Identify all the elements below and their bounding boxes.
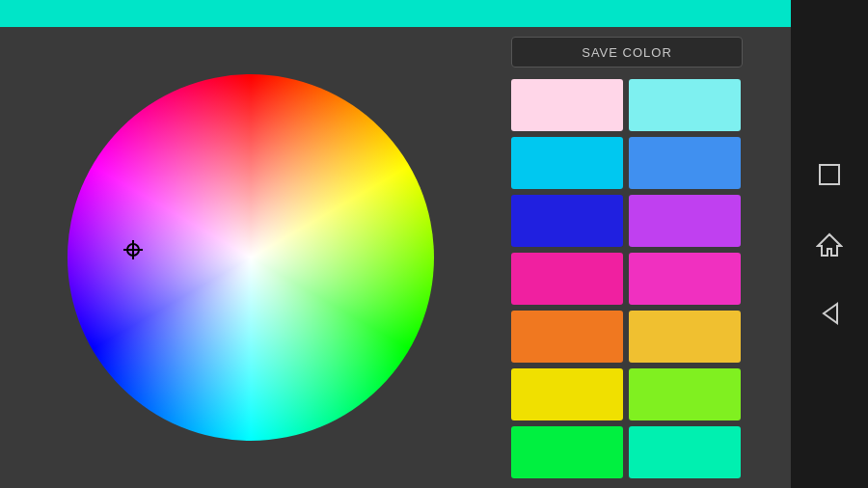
- color-swatch-2[interactable]: [629, 79, 741, 131]
- color-swatch-4[interactable]: [629, 137, 741, 189]
- home-icon: [816, 230, 843, 258]
- color-swatch-14[interactable]: [629, 426, 741, 478]
- crosshair-cursor: [123, 240, 143, 259]
- save-color-button[interactable]: SAVE COLOR: [511, 37, 743, 68]
- svg-marker-0: [818, 234, 841, 256]
- color-swatch-11[interactable]: [511, 368, 623, 420]
- color-wheel-container[interactable]: [0, 27, 502, 488]
- color-swatch-12[interactable]: [629, 368, 741, 420]
- color-swatch-6[interactable]: [629, 195, 741, 247]
- square-icon: [819, 164, 840, 185]
- color-swatch-7[interactable]: [511, 253, 623, 305]
- color-wheel[interactable]: [68, 74, 434, 441]
- crosshair-circle: [126, 243, 140, 257]
- home-button[interactable]: [814, 229, 845, 259]
- back-button[interactable]: [814, 298, 845, 329]
- svg-marker-1: [824, 304, 837, 323]
- top-bar: [0, 0, 791, 27]
- right-panel: SAVE COLOR: [502, 27, 791, 488]
- color-swatch-10[interactable]: [629, 311, 741, 363]
- color-swatch-3[interactable]: [511, 137, 623, 189]
- system-bar: [791, 0, 868, 488]
- recent-apps-button[interactable]: [814, 159, 845, 190]
- color-swatch-5[interactable]: [511, 195, 623, 247]
- color-swatch-9[interactable]: [511, 311, 623, 363]
- color-swatch-1[interactable]: [511, 79, 623, 131]
- color-swatch-13[interactable]: [511, 426, 623, 478]
- color-swatches-grid: [511, 79, 743, 478]
- back-icon: [816, 300, 843, 327]
- color-swatch-8[interactable]: [629, 253, 741, 305]
